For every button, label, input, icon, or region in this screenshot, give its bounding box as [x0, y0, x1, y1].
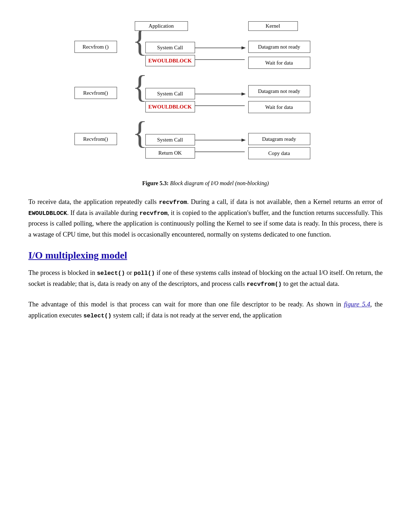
p2-poll: poll()	[134, 270, 155, 277]
kernel-bottom-3: Copy data	[248, 147, 310, 159]
p2-select: select()	[97, 270, 125, 277]
p2-text-1: The process is blocked in	[28, 269, 97, 276]
p2-text-end: to get the actual data.	[282, 280, 339, 287]
p3-text-end: system call; if data is not ready at the…	[111, 312, 282, 319]
p1-recvfrom: recvfrom	[159, 199, 187, 206]
p1-ewouldblock: EWOULDBLOCK	[28, 210, 67, 217]
p1-text-1: To receive data, the application repeate…	[28, 198, 159, 205]
returnok-box: Return OK	[145, 147, 195, 159]
paragraph-2: The process is blocked in select() or po…	[28, 267, 383, 289]
p1-recvfrom2: recvfrom	[139, 210, 167, 217]
app-column-header: Application	[135, 21, 188, 31]
recvfrom-label-2: Recvfrom()	[74, 87, 117, 99]
p1-text-3: . If data is available during	[67, 209, 139, 216]
ewouldblock-box-1: EWOULDBLOCK	[145, 55, 195, 66]
recvfrom-label-3: Recvfrom()	[74, 133, 117, 145]
diagram-container: { { {	[28, 21, 383, 174]
app-header-label: Application	[149, 23, 174, 29]
paragraph-1: To receive data, the application repeate…	[28, 196, 383, 240]
kernel-top-2: Datagram not ready	[248, 85, 310, 97]
kernel-bottom-2: Wait for data	[248, 101, 310, 113]
p3-text-1: The advantage of this model is that proc…	[28, 301, 344, 308]
kernel-top-3: Datagram ready	[248, 133, 310, 145]
ewouldblock-box-2: EWOULDBLOCK	[145, 101, 195, 112]
recvfrom-label-1: Recvfrom ()	[74, 41, 117, 53]
figure-5-4-link[interactable]: figure 5.4	[344, 301, 370, 308]
syscall-box-1: System Call	[145, 42, 195, 53]
section-heading[interactable]: I/O multiplexing model	[28, 250, 383, 261]
p2-recvfrom: recvfrom()	[246, 281, 282, 288]
syscall-box-2: System Call	[145, 88, 195, 99]
kernel-header-label: Kernel	[266, 23, 280, 29]
figure-caption: Figure 5.3: Block diagram of I/O model (…	[28, 180, 383, 187]
caption-text: Block diagram of I/O model (non-blocking…	[168, 180, 269, 186]
caption-bold: Figure 5.3:	[142, 180, 168, 186]
p1-text-2: . During a call, if data is not availabl…	[187, 198, 383, 205]
p3-select: select()	[83, 312, 111, 319]
kernel-top-1: Datagram not ready	[248, 41, 310, 53]
kernel-bottom-1: Wait for data	[248, 57, 310, 69]
paragraph-3: The advantage of this model is that proc…	[28, 299, 383, 321]
syscall-box-3: System Call	[145, 134, 195, 145]
p2-text-or: or	[125, 269, 134, 276]
kernel-column-header: Kernel	[248, 21, 298, 31]
diagram: { { {	[67, 21, 344, 174]
